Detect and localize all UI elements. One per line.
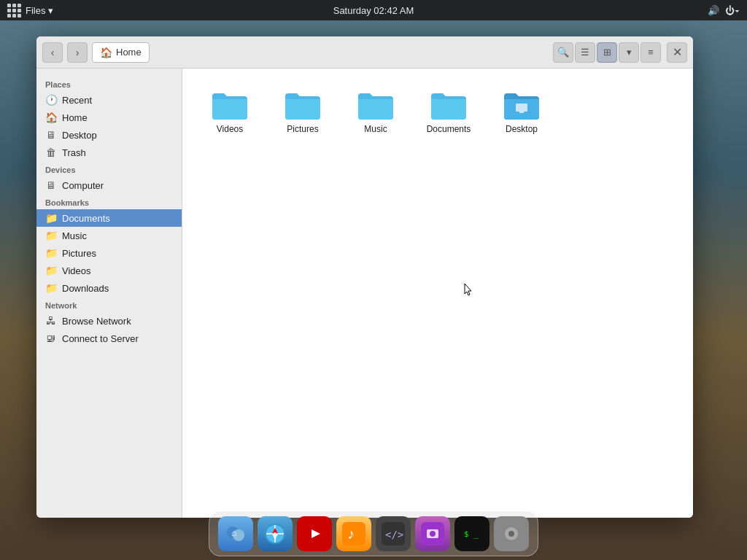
desktop-icon: 🖥 [45, 129, 57, 141]
sidebar-label-pictures: Pictures [62, 248, 96, 259]
location-bar[interactable]: 🏠 Home [92, 42, 150, 63]
folder-music[interactable]: Music [343, 83, 409, 140]
close-button[interactable]: ✕ [667, 42, 687, 63]
power-icon[interactable]: ⏻▾ [725, 5, 740, 16]
svg-text:♪: ♪ [347, 526, 355, 542]
dock-item-script[interactable]: </> [376, 516, 411, 551]
sidebar-label-downloads: Downloads [62, 283, 109, 294]
sidebar-label-videos: Videos [62, 265, 91, 276]
topbar: Files ▾ Saturday 02:42 AM 🔊 ⏻▾ [0, 0, 747, 20]
folder-music-icon [357, 89, 395, 121]
recent-icon: 🕐 [45, 94, 57, 106]
dock-item-safari[interactable] [258, 516, 293, 551]
svg-rect-1 [519, 112, 524, 113]
svg-text:</>: </> [385, 529, 403, 540]
folder-videos[interactable]: Videos [197, 83, 263, 140]
dock-item-terminal[interactable]: $ _ [454, 516, 489, 551]
folder-videos-icon [211, 89, 249, 121]
svg-point-19 [430, 531, 436, 537]
view-grid-button[interactable]: ⊞ [597, 42, 617, 63]
app-menu[interactable]: Files ▾ [26, 5, 53, 16]
folder-documents[interactable]: Documents [416, 83, 481, 140]
sidebar-item-downloads[interactable]: 📁 Downloads [36, 279, 182, 297]
sidebar-label-recent: Recent [62, 95, 92, 106]
svg-text:$ _: $ _ [464, 529, 479, 539]
titlebar: ‹ › 🏠 Home 🔍 ☰ ⊞ ▾ ≡ ✕ [36, 36, 693, 69]
folder-pictures-label: Pictures [287, 124, 318, 134]
pictures-icon: 📁 [45, 247, 57, 259]
folder-desktop[interactable]: Desktop [489, 83, 554, 140]
location-label: Home [116, 47, 142, 58]
dock-item-settings[interactable] [494, 516, 529, 551]
dock: ⌂ ♪ </> [209, 511, 538, 556]
svg-text:⌂: ⌂ [231, 528, 236, 538]
folder-pictures[interactable]: Pictures [270, 83, 336, 140]
sidebar-item-browse-network[interactable]: 🖧 Browse Network [36, 312, 182, 330]
home-sidebar-icon: 🏠 [45, 112, 57, 123]
network-title: Network [36, 297, 182, 312]
sidebar-item-music[interactable]: 📁 Music [36, 227, 182, 244]
sidebar-item-connect-server[interactable]: 🖳 Connect to Server [36, 330, 182, 347]
app-grid-icon[interactable] [7, 4, 21, 18]
folder-desktop-icon [503, 89, 541, 121]
content-area: Places 🕐 Recent 🏠 Home 🖥 Desktop 🗑 Trash… [36, 69, 693, 518]
sidebar-label-desktop: Desktop [62, 130, 97, 141]
sidebar-label-browse-network: Browse Network [62, 316, 131, 327]
view-list-button[interactable]: ☰ [575, 42, 595, 63]
connect-server-icon: 🖳 [45, 332, 57, 344]
sidebar-item-pictures[interactable]: 📁 Pictures [36, 244, 182, 262]
dock-item-finder[interactable]: ⌂ [218, 516, 253, 551]
forward-button[interactable]: › [67, 42, 88, 63]
file-manager-window: ‹ › 🏠 Home 🔍 ☰ ⊞ ▾ ≡ ✕ Places 🕐 Recent [36, 36, 693, 518]
places-title: Places [36, 76, 182, 91]
sidebar-item-home[interactable]: 🏠 Home [36, 109, 182, 126]
videos-icon: 📁 [45, 265, 57, 276]
volume-icon[interactable]: 🔊 [708, 5, 719, 16]
dock-item-music[interactable]: ♪ [336, 516, 371, 551]
dock-item-youtube[interactable] [297, 516, 332, 551]
view-menu-button[interactable]: ≡ [640, 42, 661, 63]
sidebar-item-recent[interactable]: 🕐 Recent [36, 91, 182, 109]
sidebar-label-music: Music [62, 230, 87, 241]
downloads-icon: 📁 [45, 282, 57, 294]
search-button[interactable]: 🔍 [553, 42, 573, 63]
topbar-datetime: Saturday 02:42 AM [333, 5, 414, 16]
svg-rect-0 [516, 104, 527, 112]
sidebar-item-computer[interactable]: 🖥 Computer [36, 176, 182, 194]
sidebar-label-connect-server: Connect to Server [62, 333, 139, 344]
folder-videos-label: Videos [217, 124, 243, 134]
folder-pictures-icon [284, 89, 322, 121]
view-dropdown-button[interactable]: ▾ [619, 42, 639, 63]
back-button[interactable]: ‹ [42, 42, 63, 63]
sidebar-item-videos[interactable]: 📁 Videos [36, 262, 182, 279]
folder-documents-icon [430, 89, 468, 121]
sidebar-label-computer: Computer [62, 180, 104, 191]
sidebar-item-trash[interactable]: 🗑 Trash [36, 144, 182, 161]
sidebar-item-desktop[interactable]: 🖥 Desktop [36, 126, 182, 144]
file-grid: Videos Pictures [182, 69, 693, 518]
computer-icon: 🖥 [45, 179, 57, 191]
documents-icon: 📁 [45, 212, 57, 224]
home-icon: 🏠 [100, 47, 112, 58]
browse-network-icon: 🖧 [45, 315, 57, 327]
sidebar-item-documents[interactable]: 📁 Documents [36, 209, 182, 227]
trash-icon: 🗑 [45, 147, 57, 158]
sidebar-label-trash: Trash [62, 147, 86, 158]
svg-point-24 [508, 531, 514, 537]
music-icon: 📁 [45, 230, 57, 241]
dock-item-capture[interactable] [415, 516, 450, 551]
folder-music-label: Music [364, 124, 387, 134]
devices-title: Devices [36, 161, 182, 176]
folder-desktop-label: Desktop [506, 124, 538, 134]
bookmarks-title: Bookmarks [36, 194, 182, 209]
folder-documents-label: Documents [427, 124, 471, 134]
sidebar-label-home: Home [62, 112, 88, 123]
sidebar: Places 🕐 Recent 🏠 Home 🖥 Desktop 🗑 Trash… [36, 69, 182, 518]
sidebar-label-documents: Documents [62, 213, 110, 224]
